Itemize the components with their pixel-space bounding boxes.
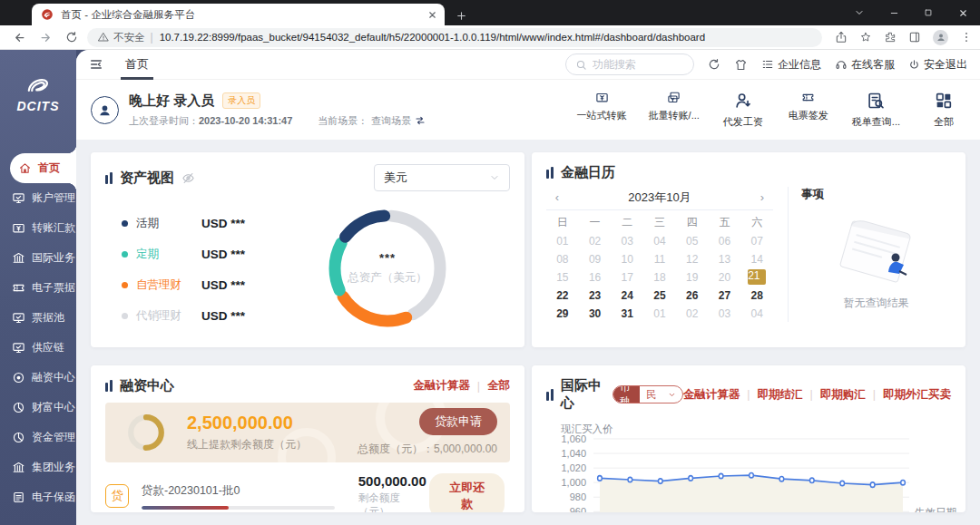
calendar-day[interactable]: 11: [643, 250, 676, 267]
quick-action-全部[interactable]: 全部: [922, 91, 965, 129]
window-menu-chevron-icon[interactable]: [842, 0, 877, 25]
calendar-day[interactable]: 13: [709, 250, 741, 267]
sidebar-item-票据池[interactable]: 票据池: [0, 303, 76, 333]
calendar-day[interactable]: 31: [611, 305, 643, 322]
sidebar-item-label: 转账汇款: [32, 220, 75, 236]
financing-link-金融计算器[interactable]: 金融计算器: [413, 378, 470, 394]
calendar-day[interactable]: 03: [611, 232, 643, 249]
calendar-day[interactable]: 02: [676, 305, 709, 322]
sidebar-item-电子保函[interactable]: 电子保函: [0, 482, 76, 512]
link-separator: |: [747, 388, 750, 401]
switch-scene-icon[interactable]: [415, 115, 426, 126]
quick-action-代发工资[interactable]: 代发工资: [721, 91, 765, 129]
back-icon[interactable]: [13, 31, 26, 44]
calendar-prev-icon[interactable]: ‹: [546, 190, 568, 204]
window-maximize-icon[interactable]: [911, 0, 946, 25]
theme-skin-icon[interactable]: [734, 58, 748, 72]
url-bar[interactable]: 不安全 | 10.7.19.22:8999/fpaas_bucket/94154…: [87, 28, 822, 47]
calendar-day[interactable]: 15: [546, 268, 579, 286]
window-minimize-icon[interactable]: [877, 0, 911, 25]
chevron-down-icon: [489, 172, 500, 183]
calendar-day[interactable]: 18: [643, 268, 676, 286]
calendar-day[interactable]: 22: [546, 287, 579, 304]
new-tab-button[interactable]: [456, 10, 467, 22]
sidebar-item-电子票据[interactable]: 电子票据: [0, 273, 76, 303]
quick-action-批量转账/...[interactable]: 批量转账/...: [649, 91, 700, 122]
eye-off-icon[interactable]: [181, 171, 195, 185]
topbar-link-企业信息[interactable]: 企业信息: [761, 57, 821, 73]
reload-icon[interactable]: [65, 31, 78, 44]
international-link-即期外汇买卖[interactable]: 即期外汇买卖: [883, 387, 951, 403]
bookmark-star-icon[interactable]: [859, 31, 872, 44]
calendar-day[interactable]: 19: [676, 268, 709, 286]
calendar-day[interactable]: 05: [676, 232, 709, 249]
tab-close-icon[interactable]: [427, 10, 437, 20]
calendar-day[interactable]: 21: [740, 268, 773, 286]
title-marker: [546, 389, 554, 401]
calendar-day[interactable]: 04: [740, 305, 773, 322]
currency-select[interactable]: 美元: [374, 164, 510, 191]
extensions-icon[interactable]: [884, 31, 897, 44]
calendar-day[interactable]: 01: [546, 232, 579, 249]
calendar-day[interactable]: 06: [709, 232, 741, 249]
calendar-day[interactable]: 16: [579, 268, 612, 286]
calendar-day[interactable]: 28: [740, 287, 773, 304]
calendar-next-icon[interactable]: ›: [751, 190, 773, 204]
calendar-day[interactable]: 03: [709, 305, 741, 322]
financing-link-全部[interactable]: 全部: [487, 378, 510, 394]
loan-apply-button[interactable]: 贷款申请: [419, 408, 497, 435]
calendar-day[interactable]: 29: [546, 305, 579, 322]
calendar-day[interactable]: 02: [579, 232, 612, 249]
calendar-day[interactable]: 30: [579, 305, 612, 322]
sidebar-item-集团业务[interactable]: 集团业务: [0, 452, 76, 482]
calendar-day[interactable]: 10: [611, 250, 643, 267]
calendar-day[interactable]: 08: [546, 250, 579, 267]
sidebar-item-账户管理[interactable]: 账户管理: [0, 183, 76, 213]
sidebar-item-label: 国际业务: [32, 250, 75, 266]
last-login: 上次登录时间：2023-10-20 14:31:47: [129, 114, 292, 128]
calendar-day[interactable]: 24: [611, 287, 643, 304]
calendar-day[interactable]: 01: [643, 305, 676, 322]
repay-now-button[interactable]: 立即还款: [429, 473, 505, 512]
sidebar-item-财富中心[interactable]: 财富中心: [0, 393, 76, 423]
sidebar-item-资金管理[interactable]: 资金管理: [0, 423, 76, 452]
collapse-sidebar-icon[interactable]: [89, 57, 103, 72]
calendar-day[interactable]: 25: [643, 287, 676, 304]
search-input[interactable]: [593, 58, 684, 71]
list-icon: [761, 58, 774, 71]
calendar-day[interactable]: 04: [643, 232, 676, 249]
currency-type-select[interactable]: 币种 人民币: [612, 385, 683, 403]
refresh-page-icon[interactable]: [708, 58, 720, 71]
calendar-day[interactable]: 09: [579, 250, 612, 267]
calendar-day[interactable]: 12: [676, 250, 709, 267]
browser-profile-avatar[interactable]: [933, 30, 948, 45]
topbar-link-在线客服[interactable]: 在线客服: [835, 57, 895, 73]
calendar-day[interactable]: 23: [579, 287, 612, 304]
sidebar-item-首页[interactable]: 首页: [10, 153, 76, 183]
forward-icon[interactable]: [39, 31, 53, 44]
quick-action-一站式转账[interactable]: 一站式转账: [577, 91, 627, 122]
sidebar-item-转账汇款[interactable]: 转账汇款: [0, 213, 76, 243]
calendar-day[interactable]: 26: [676, 287, 709, 304]
sidebar-item-融资中心[interactable]: 融资中心: [0, 363, 76, 393]
quick-action-税单查询...[interactable]: 税单查询...: [852, 91, 900, 129]
international-link-即期结汇[interactable]: 即期结汇: [758, 387, 803, 403]
calendar-day[interactable]: 07: [740, 232, 773, 249]
topbar-link-安全退出[interactable]: 安全退出: [908, 57, 967, 73]
browser-menu-icon[interactable]: [960, 31, 973, 44]
calendar-day[interactable]: 27: [709, 287, 741, 304]
sidebar-item-供应链[interactable]: 供应链: [0, 333, 76, 363]
sidebar-item-国际业务[interactable]: 国际业务: [0, 243, 76, 273]
share-icon[interactable]: [835, 31, 848, 44]
function-search[interactable]: [565, 53, 694, 75]
international-link-即期购汇[interactable]: 即期购汇: [820, 387, 866, 403]
calendar-day[interactable]: 20: [709, 268, 741, 286]
window-close-icon[interactable]: [946, 0, 980, 25]
quick-action-电票签发[interactable]: 电票签发: [787, 91, 830, 122]
browser-tab[interactable]: 首页 - 企业综合金融服务平台: [32, 4, 445, 25]
side-panel-icon[interactable]: [908, 31, 921, 44]
calendar-day[interactable]: 14: [740, 250, 773, 267]
calendar-day[interactable]: 17: [611, 268, 643, 286]
international-link-金融计算器[interactable]: 金融计算器: [683, 387, 740, 403]
page-tab-home[interactable]: 首页: [123, 50, 151, 80]
